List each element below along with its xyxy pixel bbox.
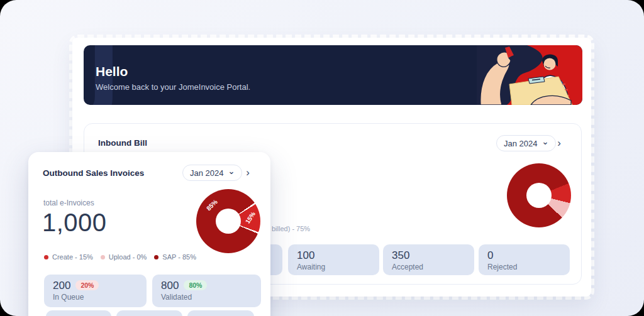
portal-dashboard: J Hello Welcome back to your JomeInvoice…: [0, 0, 644, 316]
stat-value: 100: [297, 249, 314, 261]
stat-card-awaiting: 100 Awaiting: [288, 244, 379, 275]
legend-item-sap: SAP - 85%: [154, 253, 196, 261]
outbound-period-label: Jan 2024: [190, 168, 224, 178]
upload-dot-icon: [101, 255, 105, 259]
welcome-illustration: [477, 45, 582, 105]
outbound-sales-card: Outbound Sales Invoices Jan 2024 ⌄ › tot…: [28, 152, 270, 316]
stat-card-accepted: 350 Accepted: [383, 244, 474, 275]
legend-item-create: Create - 15%: [44, 253, 93, 261]
stat-label: Awaiting: [297, 262, 370, 272]
create-dot-icon: [44, 255, 48, 259]
stat-card-cutoff: [46, 310, 111, 316]
banner-title: Hello: [96, 64, 128, 79]
inbound-period-label: Jan 2024: [504, 139, 538, 148]
legend-item-upload: Upload - 0%: [101, 253, 147, 261]
stat-value: 800: [161, 280, 179, 291]
stat-label: In Queue: [53, 292, 138, 302]
total-einvoices-label: total e-Invoices: [43, 199, 94, 207]
stat-card-validated: 80080% Validated: [152, 275, 261, 307]
stat-card-cutoff: [187, 310, 254, 316]
legend-label: SAP - 85%: [162, 253, 196, 261]
outbound-title: Outbound Sales Invoices: [43, 168, 144, 178]
chevron-right-icon: ›: [557, 137, 561, 150]
chevron-down-icon: ⌄: [228, 169, 235, 174]
stat-label: Accepted: [392, 262, 465, 272]
outbound-donut-chart: 85% 15%: [196, 189, 260, 253]
inbound-donut-chart: [507, 163, 571, 227]
donut-label-minor: 15%: [244, 210, 257, 225]
stat-card-in-queue: 20020% In Queue: [44, 275, 147, 307]
stat-value: 350: [392, 249, 409, 261]
legend-label: Create - 15%: [52, 253, 93, 261]
stat-value: 200: [53, 280, 70, 291]
legend-label: Upload - 0%: [109, 253, 147, 261]
welcome-banner: J Hello Welcome back to your JomeInvoice…: [84, 45, 582, 105]
outbound-legend: Create - 15% Upload - 0% SAP - 85%: [44, 253, 196, 261]
stat-card-cutoff: [116, 310, 182, 316]
stat-card-rejected: 0 Rejected: [479, 244, 570, 275]
stat-label: Validated: [161, 292, 252, 302]
outbound-period-dropdown[interactable]: Jan 2024 ⌄: [182, 165, 242, 181]
stat-label: Rejected: [487, 262, 561, 272]
inbound-legend-fragment: billed) - 75%: [272, 225, 310, 232]
stat-value: 0: [487, 249, 493, 261]
inbound-period-dropdown[interactable]: Jan 2024 ⌄: [496, 135, 556, 151]
donut-label-major: 85%: [205, 199, 219, 212]
status-badge: 80%: [184, 280, 207, 290]
inbound-title: Inbound Bill: [98, 138, 147, 148]
status-badge: 20%: [75, 280, 99, 290]
outbound-next-period-button[interactable]: ›: [241, 166, 255, 180]
chevron-right-icon: ›: [246, 166, 250, 179]
total-einvoices-value: 1,000: [42, 209, 107, 237]
inbound-next-period-button[interactable]: ›: [552, 136, 566, 150]
banner-subtitle: Welcome back to your JomeInvoice Portal.: [96, 82, 250, 92]
sap-dot-icon: [154, 255, 158, 259]
chevron-down-icon: ⌄: [542, 139, 549, 144]
